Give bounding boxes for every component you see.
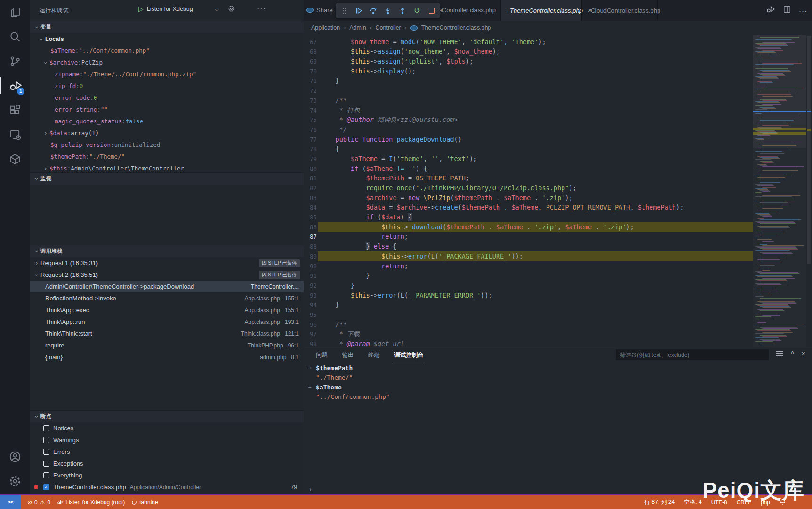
code-line[interactable]: 78 { [304, 144, 753, 154]
code-line[interactable]: 77 public function packageDownload() [304, 135, 753, 145]
code-line[interactable]: 95 [304, 310, 753, 320]
code-line[interactable]: 68 $this->assign('now_theme', $now_theme… [304, 47, 753, 57]
step-into-button[interactable] [384, 6, 392, 16]
run-or-debug-icon[interactable] [766, 5, 775, 16]
code-line[interactable]: 91 } [304, 271, 753, 281]
chevron-icon[interactable]: › [42, 59, 49, 66]
code-editor[interactable]: 6667 $now_theme = modC('NOW_THEME', 'def… [304, 35, 812, 347]
variable-row[interactable]: $themePath: "./Theme/" [30, 151, 304, 162]
tab-problems[interactable]: 问题 [316, 351, 328, 362]
breakpoint-toggle-row[interactable]: Exceptions [30, 458, 304, 469]
code-line[interactable]: 76 */ [304, 125, 753, 135]
stack-frame-row[interactable]: Think\App::execApp.class.php155:1 [30, 304, 304, 316]
split-editor-icon[interactable] [783, 5, 791, 16]
code-line[interactable]: 85 if ($data) { [304, 212, 753, 222]
cursor-position[interactable]: 行 87, 列 24 [644, 498, 675, 506]
tab-themecontroller[interactable]: ThemeController.class.php × [500, 0, 581, 21]
tabnine-status[interactable]: tabnine [131, 499, 158, 506]
code-line[interactable]: 94 } [304, 300, 753, 310]
checkbox[interactable]: ✓ [43, 484, 49, 490]
code-line[interactable]: 67 $now_theme = modC('NOW_THEME', 'defau… [304, 37, 753, 47]
problems-status[interactable]: ⊘0 ⚠0 [27, 499, 50, 506]
breakpoints-section-header[interactable]: › 断点 [30, 410, 304, 422]
breakpoint-toggle-row[interactable]: Errors [30, 446, 304, 458]
tab-cloudcontroller[interactable]: CloudController.class.php [581, 0, 658, 21]
checkbox[interactable] [43, 437, 49, 443]
code-line[interactable]: 89 $this->error(L('_PACKAGE_FAILURE_')); [304, 251, 753, 261]
callstack-section-header[interactable]: › 调用堆栈 [30, 245, 304, 257]
breakpoint-toggle-row[interactable]: Everything [30, 469, 304, 481]
console-filter-input[interactable] [616, 349, 769, 360]
more-actions-icon[interactable]: ··· [799, 7, 807, 15]
breakpoint-toggle-row[interactable]: Notices [30, 422, 304, 434]
chevron-icon[interactable]: › [33, 271, 40, 279]
stack-frame-row[interactable]: Think\App::runApp.class.php193:1 [30, 316, 304, 328]
variable-row[interactable]: ›$data: array(1) [30, 127, 304, 139]
debug-console[interactable]: →$themePath"./Theme/"→$aTheme"../Conf/co… [304, 363, 812, 481]
gear-icon[interactable] [228, 5, 235, 14]
variable-row[interactable]: ›$this: Admin\Controller\ThemeController [30, 162, 304, 172]
continue-button[interactable] [354, 6, 363, 16]
code-line[interactable]: 96 /** [304, 320, 753, 330]
variable-row[interactable]: zip_fd: 0 [30, 80, 304, 92]
indentation[interactable]: 空格: 4 [684, 498, 701, 506]
close-panel-icon[interactable]: × [801, 349, 805, 357]
code-line[interactable]: 92 } [304, 281, 753, 291]
code-line[interactable]: 88 } else { [304, 242, 753, 251]
breakpoint-toggle-row[interactable]: Warnings [30, 434, 304, 446]
chevron-icon[interactable]: › [38, 35, 45, 43]
code-line[interactable]: 82 require_once("./ThinkPHP/Library/OT/P… [304, 183, 753, 193]
account-icon[interactable] [0, 444, 30, 469]
code-line[interactable]: 97 * 下载 [304, 329, 753, 339]
tab-debug-console[interactable]: 调试控制台 [394, 351, 424, 362]
code-line[interactable]: 70 $this->display(); [304, 66, 753, 76]
checkbox[interactable] [43, 449, 49, 455]
chevron-icon[interactable]: › [33, 259, 40, 267]
code-line[interactable]: 87 return; [304, 232, 753, 242]
debug-status[interactable]: Listen for Xdebug (root) [57, 499, 125, 506]
breakpoint-file-row[interactable]: ✓ThemeController.class.phpApplication/Ad… [30, 481, 304, 493]
drag-handle[interactable] [340, 6, 348, 16]
stop-button[interactable] [427, 6, 436, 16]
variable-row[interactable]: error_string: "" [30, 104, 304, 115]
tab-terminal[interactable]: 终端 [368, 351, 380, 362]
source-control-icon[interactable] [0, 49, 30, 73]
code-line[interactable]: 72 [304, 86, 753, 96]
start-debug-button[interactable]: ▷ Listen for Xdebug [138, 5, 193, 13]
code-line[interactable]: 86 $this->_download($themePath . $aTheme… [304, 222, 753, 232]
callstack-session-row[interactable]: ›Request 1 (16:35:31)因 STEP 已暂停 [30, 257, 304, 269]
code-line[interactable]: 80 if ($aTheme != '') { [304, 164, 753, 174]
extensions-icon[interactable] [0, 98, 30, 122]
variables-section-header[interactable]: › 变量 [30, 21, 304, 33]
checkbox[interactable] [43, 472, 49, 478]
stack-frame-row[interactable]: Think\Think::startThink.class.php121:1 [30, 328, 304, 339]
run-debug-icon[interactable]: 1 [0, 73, 30, 98]
checkbox[interactable] [43, 425, 49, 431]
chevron-icon[interactable]: › [42, 129, 49, 137]
code-line[interactable]: 79 $aTheme = I('theme', '', 'text'); [304, 154, 753, 164]
tab-sharecontroller[interactable]: areController.class.php [433, 7, 496, 14]
stack-frame-row[interactable]: ReflectionMethod->invokeApp.class.php155… [30, 292, 304, 304]
remote-indicator[interactable]: >< [0, 495, 21, 509]
search-icon[interactable] [0, 24, 30, 49]
console-prompt-icon[interactable]: › [309, 485, 312, 493]
vertical-scrollbar[interactable] [806, 35, 812, 347]
filter-icon[interactable] [776, 351, 783, 356]
restart-button[interactable]: ↺ [413, 6, 421, 16]
stack-frame-row[interactable]: {main}admin.php8:1 [30, 351, 304, 363]
step-out-button[interactable] [398, 6, 407, 16]
code-line[interactable]: 69 $this->assign('tplList', $tpls); [304, 57, 753, 66]
settings-gear-icon[interactable] [0, 469, 30, 493]
stack-frame-row[interactable]: requireThinkPHP.php96:1 [30, 339, 304, 351]
checkbox[interactable] [43, 461, 49, 467]
cube-icon[interactable] [0, 147, 30, 171]
variable-row[interactable]: $aTheme: "../Conf/common.php" [30, 45, 304, 57]
files-icon[interactable] [0, 0, 30, 24]
code-line[interactable]: 74 * 打包 [304, 105, 753, 115]
variable-row[interactable]: $g_pclzip_version: uninitialized [30, 139, 304, 151]
code-line[interactable]: 71 } [304, 76, 753, 86]
variable-row[interactable]: error_code: 0 [30, 92, 304, 104]
code-line[interactable]: 75 * @author 郑钟良<zzl@ourstu.com> [304, 115, 753, 125]
code-line[interactable]: 84 $data = $archive->create($themePath .… [304, 202, 753, 212]
variable-row[interactable]: ›Locals [30, 33, 304, 45]
